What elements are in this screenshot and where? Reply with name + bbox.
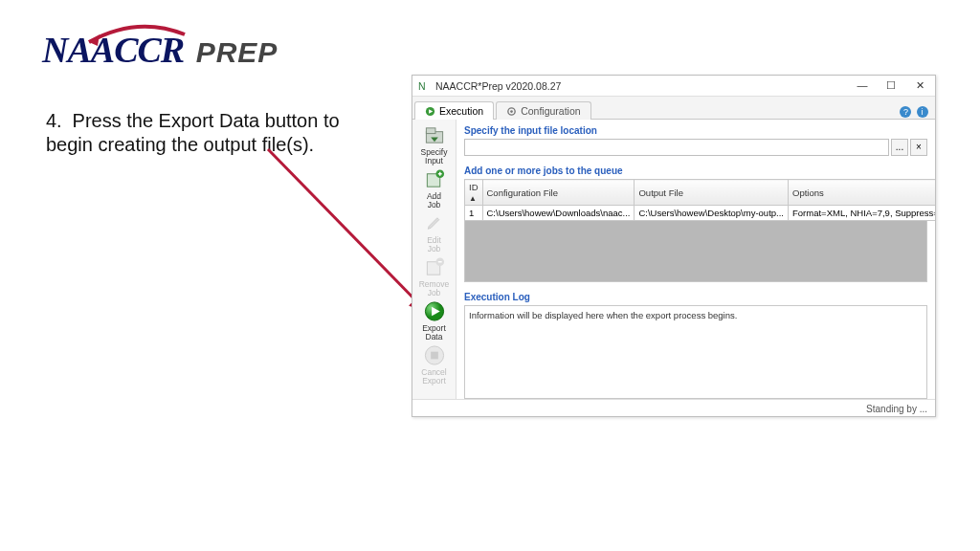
svg-text:?: ?	[903, 107, 908, 117]
col-id[interactable]: ID ▲	[465, 180, 483, 206]
info-icon[interactable]: i	[916, 105, 929, 119]
step-text: Press the Export Data button to begin cr…	[46, 110, 340, 155]
tab-configuration[interactable]: Configuration	[496, 101, 590, 120]
clear-input-button[interactable]: ×	[910, 139, 927, 156]
export-data-button[interactable]: Export Data	[414, 299, 455, 342]
sidebar: Specify Input Add Job Edit Job Remove Jo…	[412, 120, 457, 399]
col-config[interactable]: Configuration File	[482, 180, 635, 206]
tabbar: Execution Configuration ? i	[412, 97, 935, 120]
tab-execution[interactable]: Execution	[414, 101, 494, 120]
queue-empty-area	[464, 221, 927, 282]
svg-point-7	[510, 110, 513, 113]
stop-icon	[423, 344, 446, 366]
input-file-field[interactable]	[464, 139, 889, 156]
play-icon	[425, 106, 435, 117]
remove-job-button: Remove Job	[414, 255, 455, 298]
edit-job-button: Edit Job	[414, 211, 455, 253]
titlebar[interactable]: N NAACCR*Prep v2020.08.27 — ☐ ✕	[412, 76, 935, 97]
status-text: Standing by ...	[866, 404, 927, 414]
svg-rect-22	[431, 352, 438, 360]
add-job-icon	[423, 168, 446, 190]
tab-configuration-label: Configuration	[521, 105, 580, 117]
minimize-button[interactable]: —	[853, 79, 872, 92]
execution-log: Information will be displayed here when …	[464, 305, 927, 399]
svg-text:i: i	[922, 107, 924, 117]
browse-button[interactable]: ...	[891, 139, 908, 156]
play-circle-icon	[423, 300, 446, 322]
swoosh-icon	[84, 23, 189, 50]
svg-line-2	[268, 149, 427, 312]
statusbar: Standing by ...	[412, 399, 935, 418]
app-icon: N	[418, 79, 432, 93]
main-panel: Specify the input file location ... × Ad…	[457, 120, 935, 399]
log-section-label: Execution Log	[464, 292, 927, 302]
gear-icon	[506, 106, 517, 117]
tab-execution-label: Execution	[439, 105, 483, 117]
edit-icon	[423, 212, 446, 234]
naaccr-prep-logo: NAACCR PREP	[42, 29, 278, 71]
table-row[interactable]: 1 C:\Users\howew\Downloads\naac... C:\Us…	[465, 206, 936, 221]
col-options[interactable]: Options	[789, 180, 936, 206]
close-button[interactable]: ✕	[910, 79, 929, 92]
instruction-step-4: 4. Press the Export Data button to begin…	[46, 109, 371, 157]
maximize-button[interactable]: ☐	[881, 79, 901, 92]
col-output[interactable]: Output File	[635, 180, 789, 206]
svg-rect-13	[426, 128, 435, 134]
logo-suffix: PREP	[196, 36, 278, 68]
input-section-label: Specify the input file location	[464, 125, 927, 136]
window-title: NAACCR*Prep v2020.08.27	[435, 80, 561, 92]
step-number: 4.	[46, 109, 67, 133]
specify-input-button[interactable]: Specify Input	[414, 123, 455, 165]
help-icon[interactable]: ?	[899, 105, 912, 119]
remove-icon	[423, 256, 446, 278]
add-job-button[interactable]: Add Job	[414, 167, 455, 209]
app-window: N NAACCR*Prep v2020.08.27 — ☐ ✕ Executio…	[412, 75, 936, 417]
folder-input-icon	[423, 124, 446, 146]
cancel-export-button: Cancel Export	[414, 343, 455, 386]
job-queue-table[interactable]: ID ▲ Configuration File Output File Opti…	[464, 179, 935, 221]
svg-text:N: N	[418, 79, 426, 91]
queue-section-label: Add one or more jobs to the queue	[464, 165, 927, 176]
